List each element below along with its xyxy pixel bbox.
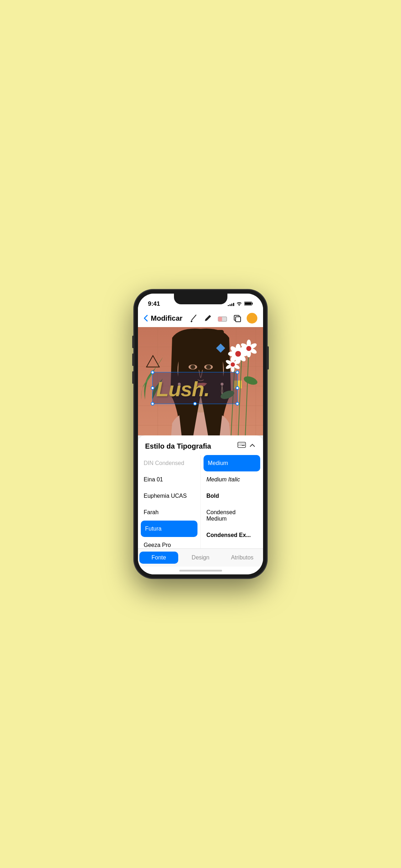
illustration: Lush.: [138, 327, 263, 435]
font-item-futura[interactable]: Futura: [141, 521, 197, 537]
toolbar-tools: [189, 313, 257, 324]
keyboard-icon[interactable]: [237, 442, 246, 451]
layers-tool[interactable]: [232, 314, 242, 323]
style-item-medium[interactable]: Medium: [204, 455, 260, 471]
phone-screen: 9:41: [138, 294, 263, 574]
phone-frame: 9:41: [134, 289, 267, 579]
typography-panel: Estilo da Tipografia: [138, 435, 263, 574]
handle-right-mid[interactable]: [236, 386, 239, 390]
svg-point-13: [206, 365, 211, 369]
svg-line-18: [245, 348, 249, 435]
text-selection-box[interactable]: Lush.: [152, 372, 238, 404]
collapse-icon[interactable]: [249, 442, 256, 451]
svg-rect-5: [218, 317, 222, 321]
svg-point-21: [243, 375, 258, 386]
svg-rect-1: [252, 303, 253, 305]
handle-bottom-mid[interactable]: [193, 402, 197, 405]
panel-header: Estilo da Tipografia: [138, 435, 263, 455]
pen-tool[interactable]: [203, 314, 212, 323]
svg-point-39: [246, 346, 251, 351]
handle-top-right[interactable]: [236, 371, 239, 374]
svg-point-47: [231, 362, 235, 367]
tab-fonte[interactable]: Fonte: [139, 552, 178, 564]
lush-text: Lush.: [156, 377, 210, 401]
style-list[interactable]: Medium Medium Italic Bold Condensed Medi…: [201, 455, 263, 548]
status-time: 9:41: [148, 300, 160, 308]
font-item-euphemia[interactable]: Euphemia UCAS: [138, 488, 200, 504]
home-indicator: [138, 567, 263, 574]
color-picker[interactable]: [247, 313, 257, 324]
handle-bottom-left[interactable]: [151, 402, 154, 405]
font-item-eina01[interactable]: Eina 01: [138, 471, 200, 488]
wifi-icon: [236, 301, 242, 307]
toolbar-title: Modificar: [151, 314, 182, 322]
bottom-tabs: Fonte Design Atributos: [138, 548, 263, 567]
svg-line-3: [192, 315, 196, 320]
style-item-medium-italic[interactable]: Medium Italic: [201, 471, 263, 488]
style-item-bold[interactable]: Bold: [201, 488, 263, 504]
font-list[interactable]: DIN Condensed Eina 01 Euphemia UCAS Fara…: [138, 455, 201, 548]
panel-title: Estilo da Tipografia: [145, 442, 211, 450]
tab-design[interactable]: Design: [181, 552, 220, 564]
handle-top-left[interactable]: [151, 371, 154, 374]
tab-atributos[interactable]: Atributos: [223, 552, 262, 564]
font-item-din-condensed[interactable]: DIN Condensed: [138, 455, 200, 471]
status-icons: [228, 301, 253, 307]
battery-icon: [244, 301, 253, 307]
svg-rect-7: [236, 317, 241, 322]
svg-point-11: [190, 365, 195, 369]
style-item-condensed-medium[interactable]: Condensed Medium: [201, 504, 263, 527]
brush-tool[interactable]: [189, 314, 198, 323]
toolbar: Modificar: [138, 309, 263, 327]
handle-bottom-right[interactable]: [236, 402, 239, 405]
svg-rect-48: [238, 442, 246, 448]
eraser-tool[interactable]: [217, 314, 227, 322]
style-item-condensed-extra[interactable]: Condensed Ex...: [201, 527, 263, 543]
svg-rect-2: [245, 303, 252, 305]
font-item-geeza[interactable]: Geeza Pro: [138, 537, 200, 548]
panel-header-icons: [237, 442, 256, 451]
svg-point-31: [235, 351, 241, 357]
notch: [174, 294, 227, 304]
signal-icon: [228, 302, 234, 306]
back-button[interactable]: Modificar: [144, 314, 182, 322]
font-item-farah[interactable]: Farah: [138, 504, 200, 521]
home-bar: [179, 570, 222, 572]
font-lists: DIN Condensed Eina 01 Euphemia UCAS Fara…: [138, 455, 263, 548]
canvas-area[interactable]: Lush.: [138, 327, 263, 435]
handle-left-mid[interactable]: [151, 386, 154, 390]
